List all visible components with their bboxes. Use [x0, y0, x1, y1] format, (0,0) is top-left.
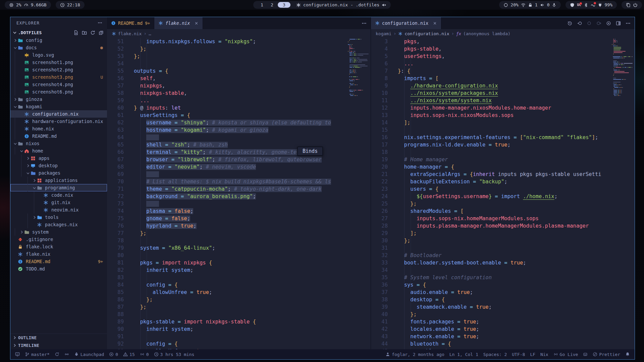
- code-line[interactable]: 53};: [107, 53, 371, 60]
- chevron-right-icon[interactable]: [32, 178, 37, 183]
- tree-item-config[interactable]: config: [10, 37, 107, 44]
- breadcrumb-item[interactable]: (anonymous lambda): [463, 31, 511, 36]
- uc-tray-icon[interactable]: UC: [577, 3, 581, 7]
- code-line[interactable]: 55outputs = {: [107, 67, 371, 75]
- code-line[interactable]: 82 inherit system;: [107, 266, 371, 274]
- code-line[interactable]: 3 pkgs,: [371, 38, 635, 45]
- code-line[interactable]: 29 ];: [371, 230, 635, 237]
- tree-item-code-nix[interactable]: code.nix: [10, 191, 107, 199]
- collapse-all-icon[interactable]: [99, 30, 104, 35]
- code-line[interactable]: 54: [107, 60, 371, 67]
- close-icon[interactable]: [433, 21, 437, 25]
- chevron-down-icon[interactable]: [32, 186, 37, 190]
- section-outline[interactable]: OUTLINE: [10, 334, 107, 342]
- status-pill-tray[interactable]: UC99%: [566, 1, 617, 9]
- wifi-icon[interactable]: [521, 3, 526, 7]
- launchpad[interactable]: Launchpad: [74, 352, 104, 357]
- code-line[interactable]: 28 inputs.plasma-manager.homeManagerModu…: [371, 222, 635, 230]
- code-line[interactable]: 6 ...: [371, 60, 635, 67]
- gitlens-blame[interactable]: foglar, 2 months ago: [385, 352, 444, 357]
- tray-wave-icon[interactable]: [591, 3, 595, 7]
- breadcrumb-item[interactable]: kogami: [376, 31, 391, 36]
- clipboard-icon[interactable]: [626, 3, 631, 7]
- minimap[interactable]: [348, 38, 369, 349]
- code-line[interactable]: 19 # Home manager: [371, 156, 635, 163]
- tree-item-screenshot6-png[interactable]: screenshot6.png: [10, 88, 107, 96]
- code-line[interactable]: 93 allowUnfree = true;: [107, 348, 371, 349]
- tree-item-git-nix[interactable]: git.nix: [10, 199, 107, 206]
- breadcrumb-item[interactable]: …: [149, 31, 151, 36]
- tree-item-home-nix[interactable]: home.nix: [10, 125, 107, 132]
- code-line[interactable]: 21 extraSpecialArgs = {inherit inputs pk…: [371, 171, 635, 178]
- open-changes-icon[interactable]: [577, 21, 582, 26]
- code-line[interactable]: 15: [371, 126, 635, 134]
- tree-item-programming[interactable]: programming: [10, 184, 107, 191]
- code-line[interactable]: 14 ];: [371, 119, 635, 126]
- chevron-right-icon[interactable]: [25, 156, 31, 161]
- refresh-icon[interactable]: [90, 30, 95, 35]
- status-pill-controls[interactable]: 20%10: [499, 1, 561, 9]
- chevron-right-icon[interactable]: [19, 230, 24, 234]
- code-line[interactable]: 22 backupFileExtension = "backup";: [371, 178, 635, 185]
- tree-item-packages-nix[interactable]: packages.nix: [10, 221, 107, 228]
- chevron-right-icon[interactable]: [12, 97, 18, 102]
- code-line[interactable]: 30 };: [371, 237, 635, 244]
- chevron-down-icon[interactable]: [12, 141, 18, 146]
- code-line[interactable]: 79 system = "x86_64-linux";: [107, 244, 371, 252]
- code-line[interactable]: 57 nixpkgs,: [107, 82, 371, 89]
- code-line[interactable]: 27 inputs.sops-nix.homeManagerModules.so…: [371, 215, 635, 222]
- code-line[interactable]: 42 locales.enable = true;: [371, 325, 635, 333]
- remote-indicator[interactable]: [15, 352, 20, 357]
- ports[interactable]: 0: [140, 352, 149, 357]
- prev-change-icon[interactable]: [587, 21, 592, 26]
- tree-item-apps[interactable]: apps: [10, 155, 107, 162]
- prettier[interactable]: Prettier: [593, 352, 620, 357]
- status-pill-session[interactable]: [622, 1, 642, 9]
- code-line[interactable]: 37 audio.enable = true;: [371, 289, 635, 296]
- vpn-shield-icon[interactable]: [570, 3, 575, 7]
- code-line[interactable]: 66 terminal = "kitty"; # kitty, alacritt…: [107, 148, 371, 156]
- battery-icon[interactable]: [598, 3, 602, 7]
- tree-item-todo-md[interactable]: TODO.md: [10, 265, 107, 273]
- code-line[interactable]: 44 bluetooth = {: [371, 340, 635, 348]
- code-line[interactable]: 89 pkgs-stable = import nixpkgs-stable {: [107, 318, 371, 325]
- workspace-2[interactable]: 2: [268, 2, 276, 7]
- code-line[interactable]: 64: [107, 134, 371, 141]
- power-icon[interactable]: [633, 3, 638, 7]
- split-editor-icon[interactable]: [616, 21, 621, 26]
- brightness-icon[interactable]: [503, 3, 508, 7]
- code-line[interactable]: 33 boot.loader.systemd-boot.enable = tru…: [371, 259, 635, 266]
- code-line[interactable]: 36 sys = {: [371, 281, 635, 289]
- code-line[interactable]: 60} @ inputs: let: [107, 104, 371, 112]
- speaker-mute-icon[interactable]: [382, 3, 386, 7]
- volume-icon[interactable]: [540, 3, 545, 7]
- code-line[interactable]: 38 desktop = {: [371, 296, 635, 303]
- indentation[interactable]: Spaces: 2: [483, 352, 507, 357]
- breadcrumb-right[interactable]: kogami›configuration.nix›ƒx(anonymous la…: [371, 29, 635, 38]
- code-line[interactable]: 43 network.enable = true;: [371, 333, 635, 340]
- tab-configuration-nix[interactable]: configuration.nix: [371, 17, 441, 29]
- code-line[interactable]: 69: [107, 171, 371, 178]
- code-line[interactable]: 80: [107, 252, 371, 259]
- workspace-3[interactable]: 3: [278, 2, 290, 8]
- breadcrumb-item[interactable]: flake.nix: [118, 31, 142, 36]
- editor-flake-nix[interactable]: 51 inputs.nixpkgs.follows = "nixpkgs";52…: [107, 38, 371, 349]
- code-line[interactable]: 16 nix.settings.experimental-features = …: [371, 134, 635, 141]
- code-line[interactable]: 90 inherit system;: [107, 325, 371, 333]
- workspace-1[interactable]: 1: [258, 2, 266, 7]
- code-line[interactable]: 23 users = {: [371, 185, 635, 193]
- code-line[interactable]: 87 };: [107, 303, 371, 311]
- code-line[interactable]: 20 home-manager = {: [371, 163, 635, 171]
- code-line[interactable]: 52 };: [107, 45, 371, 53]
- code-line[interactable]: 61 userSettings = {: [107, 112, 371, 119]
- code-line[interactable]: 88: [107, 311, 371, 318]
- chevron-down-icon[interactable]: [19, 149, 24, 153]
- code-line[interactable]: 17 programs.nix-ld.dev.enable = true;: [371, 141, 635, 148]
- code-line[interactable]: 85 allowUnfree = true;: [107, 289, 371, 296]
- git-compare[interactable]: [64, 352, 69, 357]
- new-file-icon[interactable]: [73, 30, 78, 35]
- code-line[interactable]: 31: [371, 244, 635, 252]
- tree-item-logo-svg[interactable]: logo.svg: [10, 51, 107, 59]
- language-mode[interactable]: Nix: [540, 352, 548, 357]
- tree-item-desktop[interactable]: desktop: [10, 162, 107, 169]
